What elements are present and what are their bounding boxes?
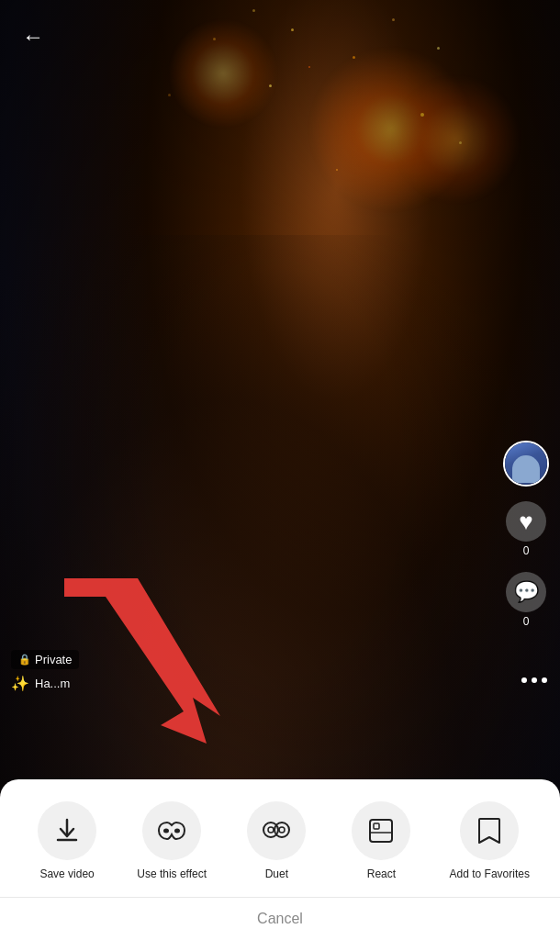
duet-button[interactable]	[247, 801, 306, 860]
use-effect-label: Use this effect	[137, 867, 207, 882]
right-sidebar: ♥ 0 💬 0	[503, 441, 549, 628]
avatar[interactable]	[503, 441, 549, 487]
dot-3	[542, 677, 547, 683]
download-icon	[54, 818, 80, 844]
comment-icon: 💬	[514, 580, 539, 604]
cancel-row[interactable]: Cancel	[0, 897, 560, 940]
dots-row	[521, 677, 547, 683]
use-effect-button[interactable]	[142, 801, 201, 860]
music-row: ✨ Ha...m	[11, 675, 70, 692]
react-button[interactable]	[352, 801, 410, 860]
svg-rect-10	[374, 823, 379, 829]
save-video-action[interactable]: Save video	[30, 801, 104, 882]
svg-rect-9	[370, 820, 392, 842]
comment-action[interactable]: 💬 0	[506, 572, 546, 628]
save-video-button[interactable]	[38, 801, 96, 860]
video-container: ← ♥ 0 💬 0 🔒 Privat	[0, 0, 560, 940]
mask-icon	[157, 821, 186, 841]
comment-count: 0	[523, 615, 530, 628]
svg-point-3	[163, 829, 169, 834]
favorites-label: Add to Favorites	[450, 867, 530, 882]
like-action[interactable]: ♥ 0	[506, 501, 546, 557]
svg-point-8	[279, 827, 285, 833]
sparkle-icon: ✨	[11, 675, 29, 692]
duet-icon	[261, 818, 292, 844]
heart-icon: ♥	[519, 508, 532, 536]
lock-icon: 🔒	[18, 654, 31, 666]
back-arrow-icon: ←	[22, 24, 44, 50]
svg-point-7	[268, 827, 274, 833]
more-options[interactable]	[521, 677, 547, 683]
react-label: React	[367, 867, 396, 882]
like-count: 0	[523, 544, 530, 557]
duet-action[interactable]: Duet	[240, 801, 313, 882]
bottom-sheet: Save video Use this effect	[0, 779, 560, 940]
save-video-label: Save video	[39, 867, 94, 882]
react-action[interactable]: React	[344, 801, 418, 882]
favorites-action[interactable]: Add to Favorites	[450, 801, 530, 882]
svg-point-6	[274, 822, 289, 837]
private-label: Private	[35, 653, 72, 666]
actions-row: Save video Use this effect	[0, 794, 560, 897]
back-button[interactable]: ←	[15, 18, 51, 55]
dot-2	[532, 677, 537, 683]
private-badge: 🔒 Private	[11, 650, 79, 669]
favorites-button[interactable]	[460, 801, 519, 860]
cancel-label: Cancel	[257, 911, 303, 926]
bookmark-icon	[477, 817, 501, 845]
svg-point-4	[174, 829, 180, 834]
use-effect-action[interactable]: Use this effect	[135, 801, 208, 882]
duet-label: Duet	[265, 867, 288, 882]
react-icon	[368, 818, 394, 844]
dot-1	[521, 677, 527, 683]
hashtag-text: Ha...m	[35, 677, 70, 690]
